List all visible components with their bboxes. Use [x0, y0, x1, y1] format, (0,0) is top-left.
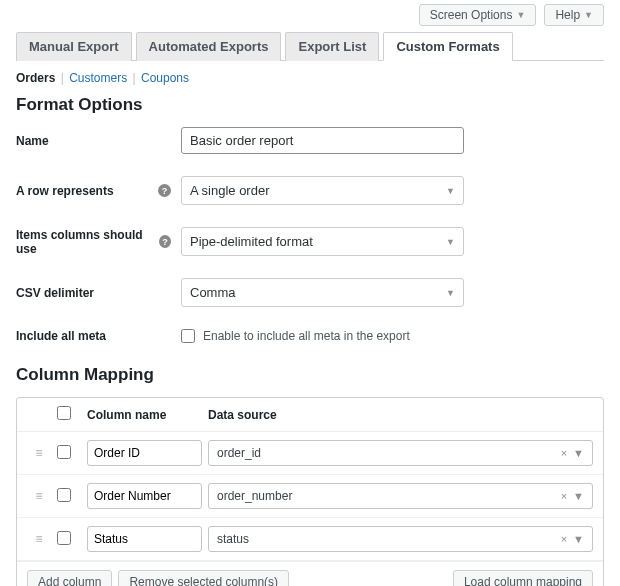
include-meta-wrap[interactable]: Enable to include all meta in the export [181, 329, 410, 343]
heading-format-options: Format Options [16, 95, 604, 115]
screen-options-button[interactable]: Screen Options ▼ [419, 4, 537, 26]
drag-handle-icon[interactable]: ≡ [27, 489, 51, 503]
data-source-select[interactable]: status ×▼ [208, 526, 593, 552]
table-row: ≡ order_number ×▼ [17, 475, 603, 518]
row-checkbox[interactable] [57, 445, 71, 459]
help-icon[interactable]: ? [159, 235, 171, 248]
subtab-customers[interactable]: Customers [69, 71, 127, 85]
data-source-value: order_number [217, 489, 292, 503]
row-checkbox[interactable] [57, 488, 71, 502]
data-source-value: order_id [217, 446, 261, 460]
label-include-meta: Include all meta [16, 329, 181, 343]
th-column-name: Column name [87, 408, 202, 422]
data-source-select[interactable]: order_number ×▼ [208, 483, 593, 509]
chevron-down-icon: ▼ [584, 10, 593, 20]
column-mapping-table: Column name Data source ≡ order_id ×▼ ≡ … [16, 397, 604, 586]
name-input[interactable] [181, 127, 464, 154]
separator: | [61, 71, 64, 85]
row-represents-value: A single order [190, 183, 270, 198]
label-name: Name [16, 134, 181, 148]
csv-delim-select[interactable]: Comma ▼ [181, 278, 464, 307]
separator: | [133, 71, 136, 85]
chevron-down-icon: ▼ [573, 533, 584, 545]
main-tabs: Manual Export Automated Exports Export L… [16, 32, 604, 61]
select-all-checkbox[interactable] [57, 406, 71, 420]
tab-automated-exports[interactable]: Automated Exports [136, 32, 282, 61]
table-row: ≡ status ×▼ [17, 518, 603, 561]
remove-selected-button[interactable]: Remove selected column(s) [118, 570, 289, 586]
label-row-represents: A row represents [16, 184, 114, 198]
item-cols-value: Pipe-delimited format [190, 234, 313, 249]
chevron-down-icon: ▼ [446, 288, 455, 298]
chevron-down-icon: ▼ [573, 490, 584, 502]
help-label: Help [555, 8, 580, 22]
help-icon[interactable]: ? [158, 184, 171, 197]
tab-manual-export[interactable]: Manual Export [16, 32, 132, 61]
table-row: ≡ order_id ×▼ [17, 432, 603, 475]
tab-export-list[interactable]: Export List [285, 32, 379, 61]
help-button[interactable]: Help ▼ [544, 4, 604, 26]
clear-icon[interactable]: × [561, 533, 567, 545]
include-meta-desc: Enable to include all meta in the export [203, 329, 410, 343]
label-item-cols: Items columns should use [16, 228, 153, 256]
chevron-down-icon: ▼ [516, 10, 525, 20]
data-source-value: status [217, 532, 249, 546]
clear-icon[interactable]: × [561, 490, 567, 502]
screen-options-label: Screen Options [430, 8, 513, 22]
drag-handle-icon[interactable]: ≡ [27, 532, 51, 546]
data-source-select[interactable]: order_id ×▼ [208, 440, 593, 466]
subtab-orders[interactable]: Orders [16, 71, 55, 85]
label-csv-delim: CSV delimiter [16, 286, 181, 300]
chevron-down-icon: ▼ [446, 237, 455, 247]
item-cols-select[interactable]: Pipe-delimited format ▼ [181, 227, 464, 256]
row-checkbox[interactable] [57, 531, 71, 545]
subtab-coupons[interactable]: Coupons [141, 71, 189, 85]
column-name-input[interactable] [87, 440, 202, 466]
add-column-button[interactable]: Add column [27, 570, 112, 586]
chevron-down-icon: ▼ [573, 447, 584, 459]
th-data-source: Data source [208, 408, 593, 422]
subtabs: Orders | Customers | Coupons [16, 71, 604, 85]
load-mapping-button[interactable]: Load column mapping [453, 570, 593, 586]
drag-handle-icon[interactable]: ≡ [27, 446, 51, 460]
csv-delim-value: Comma [190, 285, 236, 300]
row-represents-select[interactable]: A single order ▼ [181, 176, 464, 205]
column-name-input[interactable] [87, 526, 202, 552]
include-meta-checkbox[interactable] [181, 329, 195, 343]
heading-column-mapping: Column Mapping [16, 365, 604, 385]
clear-icon[interactable]: × [561, 447, 567, 459]
column-name-input[interactable] [87, 483, 202, 509]
chevron-down-icon: ▼ [446, 186, 455, 196]
tab-custom-formats[interactable]: Custom Formats [383, 32, 512, 61]
